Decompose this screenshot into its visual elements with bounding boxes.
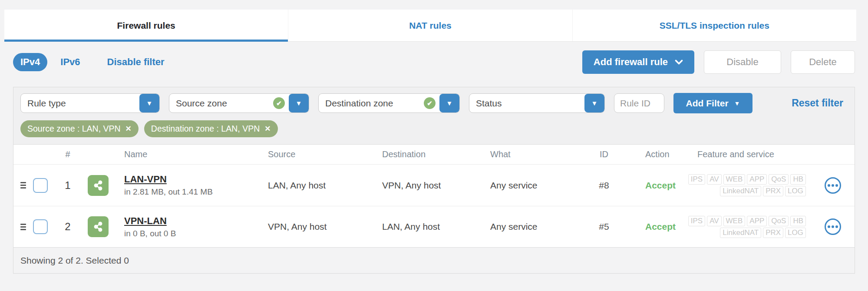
rule-action: Accept [626,222,678,232]
filter-chip-label: Destination zone : LAN, VPN [151,124,260,134]
rule-action: Accept [626,180,678,191]
feature-badges: IPS AV WEB APP QoS HB LinkedNAT PRX LOG [678,174,811,196]
rule-type-dropdown[interactable]: Rule type ▼ [20,93,160,113]
feature-badge: LOG [785,228,806,238]
feature-badge: PRX [763,228,783,238]
feature-badge: QoS [769,174,789,185]
filter-row: Rule type ▼ Source zone ✔ ▼ Destination … [13,87,855,117]
destination-zone-dropdown-label: Destination zone [319,98,424,109]
drag-handle[interactable] [20,182,26,188]
filter-chip-destination-zone[interactable]: Destination zone : LAN, VPN ✕ [144,120,278,137]
rule-destination: LAN, Any host [382,222,490,232]
feature-badge: AV [707,174,721,185]
status-dropdown[interactable]: Status ▼ [469,93,605,113]
feature-badge: IPS [688,216,705,226]
dropdown-arrow-icon[interactable]: ▼ [584,94,604,112]
disable-button[interactable]: Disable [704,50,781,74]
rule-what: Any service [490,180,582,191]
rules-tab-bar: Firewall rules NAT rules SSL/TLS inspect… [4,10,856,42]
rule-source: VPN, Any host [268,222,382,232]
header-destination: Destination [382,149,490,159]
feature-badge: PRX [763,186,783,196]
network-rule-icon [88,175,109,196]
destination-zone-dropdown[interactable]: Destination zone ✔ ▼ [318,93,460,113]
tab-label: Firewall rules [117,20,175,31]
ipv4-toggle[interactable]: IPv4 [13,53,47,71]
disable-filter-link[interactable]: Disable filter [107,56,165,68]
row-checkbox[interactable] [33,178,48,193]
check-circle-icon: ✔ [273,97,285,109]
row-checkbox[interactable] [33,219,48,234]
feature-badge: LinkedNAT [720,228,761,238]
add-filter-label: Add Filter [686,98,729,109]
feature-badge: LinkedNAT [720,186,761,196]
feature-badge: WEB [723,174,746,185]
header-id: ID [582,149,626,159]
rule-traffic: in 2.81 MB, out 1.41 MB [124,187,268,197]
add-filter-button[interactable]: Add Filter ▼ [673,93,752,113]
row-more-menu-button[interactable] [825,218,841,235]
feature-badge: IPS [688,174,705,185]
header-name: Name [116,149,268,159]
tab-label: SSL/TLS inspection rules [660,20,769,31]
dropdown-arrow-icon[interactable]: ▼ [439,94,459,112]
table-footer: Showing 2 of 2. Selected 0 [13,247,855,273]
rule-id: #5 [582,222,626,232]
dropdown-arrow-icon[interactable]: ▼ [139,94,159,112]
rule-name-cell: VPN-LAN in 0 B, out 0 B [116,215,268,238]
tab-nat-rules[interactable]: NAT rules [288,10,572,41]
rule-position: 2 [55,221,81,233]
add-firewall-rule-label: Add firewall rule [594,56,668,68]
feature-badge: LOG [785,186,806,196]
check-circle-icon: ✔ [424,97,436,109]
rules-table: # Name Source Destination What ID Action… [13,144,855,273]
rule-destination: VPN, Any host [382,180,490,191]
feature-badges: IPS AV WEB APP QoS HB LinkedNAT PRX LOG [678,216,811,238]
rule-traffic: in 0 B, out 0 B [124,229,268,238]
feature-badge: AV [707,216,721,226]
header-source: Source [268,149,382,159]
rule-id-input[interactable] [614,93,664,113]
filter-chip-label: Source zone : LAN, VPN [27,124,121,134]
source-zone-dropdown[interactable]: Source zone ✔ ▼ [169,93,309,113]
rule-type-dropdown-label: Rule type [21,98,139,109]
showing-selected-status: Showing 2 of 2. Selected 0 [20,255,129,266]
rule-position: 1 [55,179,81,192]
rule-id: #8 [582,180,626,191]
remove-chip-icon[interactable]: ✕ [125,124,132,133]
dropdown-arrow-icon[interactable]: ▼ [289,94,309,112]
feature-badge: HB [790,174,806,185]
network-rule-icon [88,216,109,237]
tab-label: NAT rules [409,20,452,31]
reset-filter-link[interactable]: Reset filter [792,97,843,109]
active-filter-chips: Source zone : LAN, VPN ✕ Destination zon… [13,117,855,144]
header-action: Action [626,149,678,159]
firewall-rules-panel: Rule type ▼ Source zone ✔ ▼ Destination … [13,87,855,274]
drag-handle[interactable] [20,224,26,230]
rule-what: Any service [490,222,582,232]
ipv6-toggle[interactable]: IPv6 [60,56,80,68]
remove-chip-icon[interactable]: ✕ [264,124,271,133]
table-row: 2 VPN-LAN in 0 B, out 0 B VPN, Any host … [13,206,855,247]
header-what: What [490,149,582,159]
chevron-down-icon [675,60,683,65]
delete-button[interactable]: Delete [791,50,855,74]
feature-badge: HB [790,216,806,226]
tab-ssl-tls-inspection-rules[interactable]: SSL/TLS inspection rules [572,10,856,41]
triangle-down-icon: ▼ [734,100,740,107]
feature-badge: WEB [723,216,746,226]
row-more-menu-button[interactable] [825,177,841,194]
toolbar: IPv4 IPv6 Disable filter Add firewall ru… [13,49,855,76]
rule-name-link[interactable]: LAN-VPN [124,174,167,185]
header-index: # [55,149,81,159]
add-firewall-rule-button[interactable]: Add firewall rule [582,50,694,74]
rule-name-link[interactable]: VPN-LAN [124,215,167,227]
table-header-row: # Name Source Destination What ID Action… [13,145,855,165]
feature-badge: APP [747,174,767,185]
rule-name-cell: LAN-VPN in 2.81 MB, out 1.41 MB [116,174,268,197]
feature-badge: QoS [769,216,789,226]
source-zone-dropdown-label: Source zone [169,98,273,109]
filter-chip-source-zone[interactable]: Source zone : LAN, VPN ✕ [20,120,139,137]
tab-firewall-rules[interactable]: Firewall rules [4,10,288,41]
active-tab-underline [4,40,288,42]
